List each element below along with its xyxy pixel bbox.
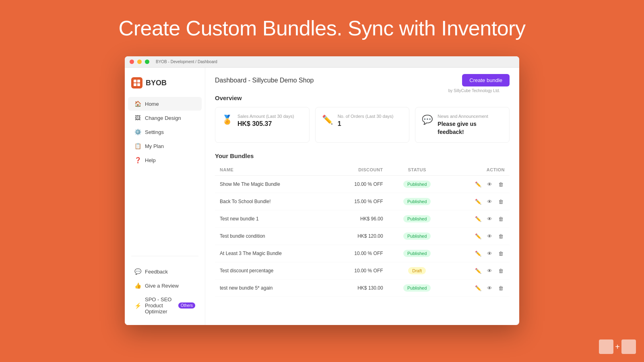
orders-label: No. of Orders (Last 30 days): [338, 114, 394, 119]
bundle-discount: 10.00 % OFF: [328, 262, 388, 280]
edit-icon[interactable]: ✏️: [474, 249, 482, 257]
table-row: Test discount percentage 10.00 % OFF Dra…: [215, 262, 510, 280]
sidebar-bottom: 💬 Feedback 👍 Give a Review ⚡ SPO - SEO P…: [125, 261, 205, 319]
delete-icon[interactable]: 🗑: [497, 215, 505, 223]
sidebar-item-home[interactable]: 🏠 Home: [128, 97, 202, 111]
news-label: News and Announcement: [438, 114, 503, 119]
spo-icon: ⚡: [134, 302, 141, 309]
sidebar-item-spo[interactable]: ⚡ SPO - SEO Product Optimizer Others: [128, 293, 202, 318]
col-discount: DISCOUNT: [328, 164, 388, 176]
overview-card-sales: 🏅 Sales Amount (Last 30 days) HK$ 305.37: [215, 107, 310, 143]
bundle-actions: ✏️ 👁 🗑: [446, 245, 510, 262]
bundle-actions: ✏️ 👁 🗑: [446, 228, 510, 245]
sidebar-item-feedback[interactable]: 💬 Feedback: [128, 265, 202, 278]
bundle-actions: ✏️ 👁 🗑: [446, 262, 510, 280]
status-badge: Published: [403, 181, 431, 188]
status-badge: Published: [403, 250, 431, 257]
overview-card-news: 💬 News and Announcement Please give us f…: [415, 107, 510, 143]
sidebar-logo: BYOB: [125, 74, 205, 97]
status-badge: Draft: [408, 267, 426, 274]
view-icon[interactable]: 👁: [485, 267, 493, 275]
sidebar-item-label: Give a Review: [145, 283, 179, 289]
bundle-name: At Least 3 The Magic Bundle: [215, 245, 328, 262]
bundle-name: Test discount percentage: [215, 262, 328, 280]
bundle-name: Show Me The Magic Bundle: [215, 176, 328, 193]
delete-icon[interactable]: 🗑: [497, 232, 505, 240]
col-action: ACTION: [446, 164, 510, 176]
home-icon: 🏠: [134, 101, 141, 107]
review-icon: 👍: [134, 282, 141, 289]
bundle-discount: HK$ 130.00: [328, 280, 388, 297]
view-icon[interactable]: 👁: [485, 180, 493, 188]
main-content: by SillyCube Technology Ltd. Dashboard -…: [205, 68, 519, 325]
delete-icon[interactable]: 🗑: [497, 197, 505, 206]
overview-title: Overview: [215, 95, 510, 101]
overview-section: Overview 🏅 Sales Amount (Last 30 days) H…: [215, 95, 510, 143]
sales-value: HK$ 305.37: [237, 120, 294, 128]
sidebar-item-label: SPO - SEO Product Optimizer: [145, 296, 173, 315]
sidebar-item-label: Home: [145, 101, 159, 107]
deco-square-2: [621, 339, 636, 354]
bundle-discount: HK$ 120.00: [328, 228, 388, 245]
view-icon[interactable]: 👁: [485, 232, 493, 240]
sidebar-nav: 🏠 Home 🖼 Change Design ⚙️ Settings 📋 My …: [125, 97, 205, 251]
view-icon[interactable]: 👁: [485, 284, 493, 292]
bundle-status: Published: [388, 193, 446, 210]
deco-square-1: [599, 339, 613, 354]
view-icon[interactable]: 👁: [485, 197, 493, 206]
browser-titlebar: BYOB - Development / Dashboard: [125, 56, 519, 68]
orders-icon: ✏️: [322, 115, 333, 125]
sidebar-item-change-design[interactable]: 🖼 Change Design: [128, 111, 202, 125]
bundle-name: Back To School Bundle!: [215, 193, 328, 210]
sidebar-item-help[interactable]: ❓ Help: [128, 153, 202, 167]
bundle-status: Published: [388, 210, 446, 228]
bundle-status: Published: [388, 176, 446, 193]
delete-icon[interactable]: 🗑: [497, 284, 505, 292]
table-row: Back To School Bundle! 15.00 % OFF Publi…: [215, 193, 510, 210]
action-icons: ✏️ 👁 🗑: [451, 215, 505, 223]
delete-icon[interactable]: 🗑: [497, 249, 505, 257]
by-label: by SillyCube Technology Ltd.: [448, 88, 500, 93]
delete-icon[interactable]: 🗑: [497, 267, 505, 275]
edit-icon[interactable]: ✏️: [474, 197, 482, 206]
view-icon[interactable]: 👁: [485, 215, 493, 223]
minimize-button[interactable]: [137, 60, 142, 64]
sidebar-item-my-plan[interactable]: 📋 My Plan: [128, 139, 202, 153]
logo-text: BYOB: [146, 79, 167, 87]
bundle-actions: ✏️ 👁 🗑: [446, 210, 510, 228]
sidebar-item-give-review[interactable]: 👍 Give a Review: [128, 279, 202, 292]
settings-icon: ⚙️: [134, 129, 141, 135]
status-badge: Published: [403, 232, 431, 240]
table-row: test new bundle 5* again HK$ 130.00 Publ…: [215, 280, 510, 297]
overview-card-orders: ✏️ No. of Orders (Last 30 days) 1: [315, 107, 410, 143]
close-button[interactable]: [130, 60, 134, 64]
table-row: Test new bundle 1 HK$ 96.00 Published ✏️…: [215, 210, 510, 228]
status-badge: Published: [403, 215, 431, 222]
edit-icon[interactable]: ✏️: [474, 180, 482, 188]
hero-title: Create Custom Bundles. Sync with Invento…: [119, 16, 526, 40]
bundles-title: Your Bundles: [215, 152, 510, 159]
orders-value: 1: [338, 120, 394, 128]
action-icons: ✏️ 👁 🗑: [451, 249, 505, 257]
view-icon[interactable]: 👁: [485, 249, 493, 257]
delete-icon[interactable]: 🗑: [497, 180, 505, 188]
news-icon: 💬: [422, 115, 433, 125]
edit-icon[interactable]: ✏️: [474, 284, 482, 292]
create-bundle-button[interactable]: Create bundle: [462, 74, 510, 86]
bundle-discount: 10.00 % OFF: [328, 176, 388, 193]
action-icons: ✏️ 👁 🗑: [451, 267, 505, 275]
maximize-button[interactable]: [145, 60, 149, 64]
page-title-row: Dashboard - Sillycube Demo Shop Create b…: [215, 74, 510, 86]
svg-rect-0: [134, 80, 136, 82]
edit-icon[interactable]: ✏️: [474, 267, 482, 275]
edit-icon[interactable]: ✏️: [474, 232, 482, 240]
sidebar-divider: [131, 256, 198, 256]
news-value: Please give us feedback!: [438, 120, 503, 136]
sidebar-item-label: My Plan: [145, 143, 164, 149]
sidebar: BYOB 🏠 Home 🖼 Change Design ⚙️ Settings …: [125, 68, 205, 325]
sidebar-item-label: Settings: [145, 129, 164, 135]
sidebar-item-settings[interactable]: ⚙️ Settings: [128, 125, 202, 139]
edit-icon[interactable]: ✏️: [474, 215, 482, 223]
table-row: At Least 3 The Magic Bundle 10.00 % OFF …: [215, 245, 510, 262]
bundle-name: Test bundle condition: [215, 228, 328, 245]
